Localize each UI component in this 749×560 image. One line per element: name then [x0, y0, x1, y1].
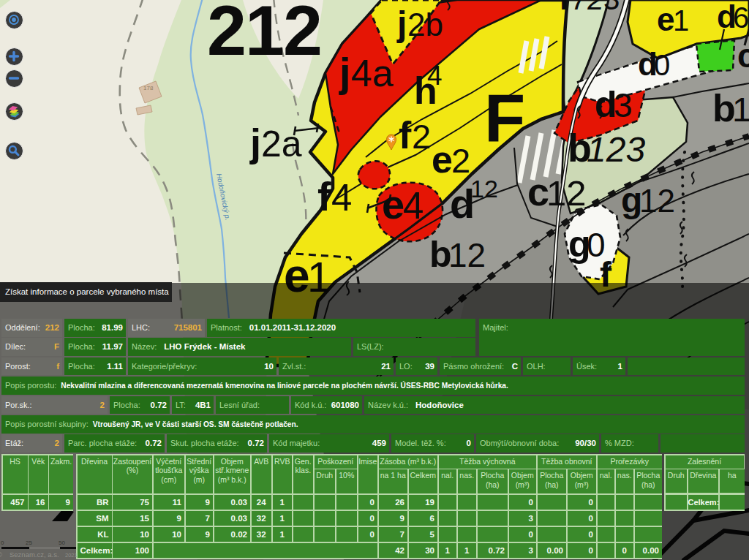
table-value-cell — [439, 511, 457, 526]
info-cell-ls-lz: LS(LZ): — [353, 338, 475, 356]
table-value-cell — [598, 495, 615, 510]
table-value-cell — [336, 495, 358, 510]
table-value-cell — [598, 527, 615, 542]
info-cell-lo: LO:39 — [396, 357, 437, 376]
table-value-cell — [616, 495, 634, 510]
info-label: Oddělení: — [1, 323, 40, 332]
table-value-cell: 7 — [379, 527, 408, 542]
info-cell-obmýtí-obnovní-doba: Obmýtí/obnovní doba:90/30 — [476, 434, 599, 453]
zoom-out-button[interactable] — [5, 69, 23, 88]
map-label-f723: 723 — [571, 0, 620, 15]
table-col-header: Plocha(ha) — [538, 469, 567, 493]
map-label-e4: 4 — [403, 185, 424, 227]
table-value-cell: 9 — [186, 527, 214, 542]
info-label: LT: — [172, 401, 186, 409]
info-value: Vtroušený JR, ve V části starší OS. SM č… — [93, 420, 298, 428]
info-value: 0 — [467, 434, 471, 453]
table-value-cell: 1 — [273, 527, 293, 542]
table-col-header: nas. — [616, 469, 634, 493]
map-label-d0: 0 — [654, 49, 670, 81]
table-col-header: HS — [3, 455, 28, 494]
table-value-cell: 5 — [409, 527, 438, 542]
info-cell-majitel: Majitel: — [479, 319, 745, 356]
table-group-header: Zásoba (m³ b.k.) — [379, 455, 438, 469]
info-label: Zvl.st.: — [279, 362, 306, 371]
map-label-c12: 12 — [546, 173, 587, 213]
info-value: 10 — [264, 357, 274, 376]
info-label: Plocha: — [110, 401, 140, 409]
table-value-cell: 9 — [379, 511, 408, 526]
zoom-in-button[interactable] — [5, 48, 23, 66]
table-value-cell — [598, 511, 615, 526]
table-value-cell: 0 — [358, 511, 378, 526]
hs-table: HSVěkZakm.457169 — [1, 454, 73, 511]
info-cell-název: Název:LHO Frýdek - Místek — [128, 338, 351, 356]
search-icon — [6, 143, 22, 159]
attribution-year: 2021 — [65, 552, 78, 559]
map-label-c: c — [737, 37, 749, 75]
table-col-header: Plocha(ha) — [635, 469, 663, 493]
layers-button[interactable] — [5, 102, 23, 121]
table-value-cell: 0 — [568, 527, 597, 542]
info-value: 2 — [55, 434, 59, 453]
table-total-cell: 0.72 — [478, 543, 508, 559]
info-cell--mzd: % MZD: — [601, 434, 658, 453]
info-cell-kategorie-překryv: Kategorie/překryv:10 — [128, 357, 276, 376]
map-label-b12-edge: 12 — [732, 90, 749, 129]
map-label-f2: f — [399, 114, 412, 156]
table-col-header: Výčetnítloušťka(cm) — [154, 455, 185, 494]
map-label-j2b: j — [396, 4, 407, 43]
info-cell-lhc: LHC:715801 — [128, 319, 205, 337]
table-value-cell: 0 — [568, 511, 597, 526]
table-value-cell: 0.03 — [214, 511, 251, 526]
table-value-cell — [458, 511, 477, 526]
table-value-cell — [293, 495, 314, 510]
info-label: OLH: — [523, 362, 546, 371]
table-value-cell: 10 — [113, 527, 152, 542]
table-col-header: Věk — [29, 455, 48, 494]
info-cell-oddělení: Oddělení:212 — [1, 319, 62, 337]
table-value-cell: KL — [78, 527, 112, 542]
search-button[interactable] — [5, 142, 23, 160]
attribution-text: Seznam.cz, a.s. — [10, 550, 59, 559]
table-group-header: Poškození — [315, 455, 358, 469]
table-value-cell: 10 — [154, 527, 185, 542]
info-cell-pásmo-ohrožení: Pásmo ohrožení:C — [440, 357, 521, 376]
map-label-e1-tr: 1 — [673, 4, 689, 37]
table-value-cell: 16 — [29, 495, 48, 510]
info-value: 1.11 — [107, 357, 123, 376]
info-value: 90/30 — [575, 434, 596, 453]
table-col-header: Imise — [358, 455, 378, 494]
map-label-h4: 4 — [427, 61, 443, 91]
map-label-e1-tr: e — [657, 1, 674, 37]
info-label: Lesní úřad: — [216, 401, 260, 409]
info-label: Popis porostní skupiny: — [5, 420, 89, 428]
table-value-cell: 75 — [113, 495, 152, 510]
info-value: 01.01.2011-31.12.2020 — [249, 323, 336, 332]
scalebar-label-25: 25 — [26, 540, 32, 546]
info-value: f — [56, 357, 59, 376]
info-cell-porost: Porost:f — [1, 357, 62, 376]
table-value-cell — [538, 527, 567, 542]
table-col-header: nal. — [598, 469, 615, 493]
map-label-e2: e — [432, 138, 453, 181]
table-value-cell: 26 — [379, 495, 408, 510]
info-cell-kód-majetku: Kód majetku:459 — [269, 434, 389, 453]
info-cell-lesní-úřad: Lesní úřad: — [216, 396, 289, 415]
table-value-cell — [439, 527, 457, 542]
info-value: 212 — [45, 319, 59, 337]
map-label-d12: 12 — [470, 175, 498, 203]
table-value-cell: 457 — [3, 495, 28, 510]
map-label-j4a: j — [339, 49, 351, 95]
geolocate-button[interactable] — [5, 11, 23, 29]
table-value-cell: SM — [78, 511, 112, 526]
info-label: LO: — [396, 362, 413, 371]
info-label: Skut. plocha etáže: — [167, 439, 239, 447]
info-value: 601080 — [331, 396, 359, 415]
map-label-d6: 6 — [733, 1, 749, 34]
plus-icon — [6, 48, 22, 64]
map-label-e4: e — [382, 181, 404, 227]
info-label: Kód majetku: — [269, 439, 320, 447]
info-cell-2-8 — [628, 357, 745, 376]
table-value-cell: 0.03 — [214, 495, 251, 510]
